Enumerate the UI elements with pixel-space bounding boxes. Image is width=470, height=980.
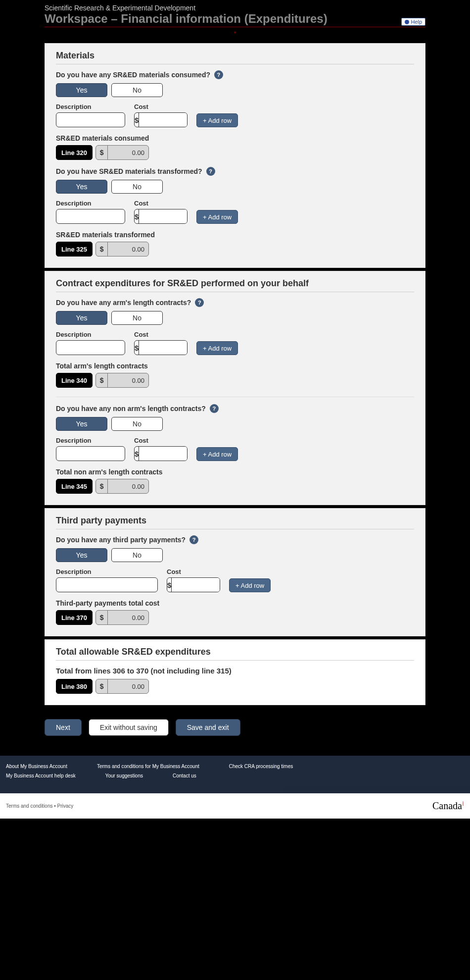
q-nonarm-contracts: Do you have any non arm's length contrac…	[56, 405, 206, 413]
dollar-icon: $	[96, 373, 108, 387]
footer-link[interactable]: Check CRA processing times	[229, 764, 293, 769]
label-cost: Cost	[134, 103, 188, 110]
line-325-amount: 0.00	[108, 246, 148, 253]
arm-no[interactable]: No	[111, 311, 163, 325]
q-third-party: Do you have any third party payments?	[56, 536, 186, 544]
line-370-amount: 0.00	[108, 614, 148, 621]
third-party-heading: Third party payments	[56, 516, 414, 529]
total-label: Total from lines 306 to 370 (not includi…	[56, 667, 414, 675]
materials-transformed-yes[interactable]: Yes	[56, 180, 107, 194]
materials-consumed-desc-input[interactable]	[56, 112, 125, 127]
help-icon[interactable]: ?	[214, 70, 223, 79]
super-title: Scientific Research & Experimental Devel…	[45, 4, 425, 12]
footer-link[interactable]: My Business Account help desk	[6, 773, 76, 778]
arm-cost-input[interactable]	[139, 341, 188, 355]
materials-consumed-cost-input[interactable]	[139, 113, 188, 127]
add-row-button[interactable]: + Add row	[196, 341, 238, 355]
help-icon[interactable]: ?	[189, 535, 198, 544]
save-exit-button[interactable]: Save and exit	[176, 719, 240, 736]
dollar-icon: $	[167, 578, 172, 592]
panel-materials: Materials Do you have any SR&ED material…	[45, 43, 425, 268]
line-380-amount: 0.00	[108, 683, 148, 690]
dollar-icon: $	[96, 679, 108, 693]
line-320-amount: 0.00	[108, 149, 148, 156]
line-340-tag: Line 340	[56, 373, 93, 388]
label-cost: Cost	[134, 437, 188, 444]
line-320-value: $ 0.00	[95, 145, 149, 160]
nonarm-total-label: Total non arm's length contracts	[56, 468, 414, 476]
q-materials-consumed: Do you have any SR&ED materials consumed…	[56, 71, 210, 79]
arm-desc-input[interactable]	[56, 340, 125, 355]
third-party-no[interactable]: No	[111, 548, 163, 562]
total-heading: Total allowable SR&ED expenditures	[56, 647, 414, 661]
label-description: Description	[56, 103, 125, 110]
label-description: Description	[56, 331, 125, 338]
line-370-value: $ 0.00	[95, 610, 149, 625]
contracts-heading: Contract expenditures for SR&ED performe…	[56, 278, 414, 292]
footer-link[interactable]: Terms and conditions for My Business Acc…	[97, 764, 199, 769]
third-party-total-label: Third-party payments total cost	[56, 599, 414, 607]
materials-consumed-no[interactable]: No	[111, 83, 163, 97]
materials-transformed-cost-input[interactable]	[139, 209, 188, 223]
exit-button[interactable]: Exit without saving	[89, 719, 169, 736]
label-description: Description	[56, 200, 125, 207]
dollar-icon: $	[96, 242, 108, 256]
nonarm-cost-input[interactable]	[139, 447, 188, 461]
required-indicator: *	[45, 27, 425, 38]
canada-wordmark: Canada⁞	[432, 800, 464, 812]
dollar-icon: $	[96, 479, 108, 493]
materials-heading: Materials	[56, 51, 414, 64]
nonarm-no[interactable]: No	[111, 417, 163, 431]
q-arm-contracts: Do you have any arm's length contracts?	[56, 299, 191, 307]
dollar-icon: $	[135, 209, 139, 223]
panel-contracts: Contract expenditures for SR&ED performe…	[45, 271, 425, 505]
line-340-amount: 0.00	[108, 377, 148, 384]
materials-transformed-desc-input[interactable]	[56, 209, 125, 224]
nonarm-desc-input[interactable]	[56, 446, 125, 461]
footer-legal[interactable]: Terms and conditions • Privacy	[6, 803, 73, 809]
footer-link[interactable]: About My Business Account	[6, 764, 67, 769]
line-370-tag: Line 370	[56, 610, 93, 625]
panel-total: Total allowable SR&ED expenditures Total…	[45, 639, 425, 705]
add-row-button[interactable]: + Add row	[196, 113, 238, 127]
dollar-icon: $	[135, 447, 139, 461]
materials-transformed-no[interactable]: No	[111, 180, 163, 194]
nonarm-yes[interactable]: Yes	[56, 417, 107, 431]
dollar-icon: $	[96, 146, 108, 159]
q-materials-transformed: Do you have SR&ED materials transformed?	[56, 167, 202, 175]
dollar-icon: $	[135, 341, 139, 355]
help-icon[interactable]: ?	[206, 167, 215, 176]
materials-consumed-total-label: SR&ED materials consumed	[56, 134, 414, 142]
footer-link[interactable]: Your suggestions	[105, 773, 143, 778]
line-345-value: $ 0.00	[95, 479, 149, 494]
line-380-tag: Line 380	[56, 679, 93, 694]
line-345-tag: Line 345	[56, 479, 93, 494]
help-icon[interactable]: ?	[210, 404, 219, 413]
label-cost: Cost	[134, 200, 188, 207]
line-345-amount: 0.00	[108, 483, 148, 490]
label-description: Description	[56, 568, 158, 575]
materials-consumed-yes[interactable]: Yes	[56, 83, 107, 97]
help-button[interactable]: Help	[401, 18, 425, 26]
third-party-desc-input[interactable]	[56, 577, 158, 592]
label-description: Description	[56, 437, 125, 444]
add-row-button[interactable]: + Add row	[229, 578, 271, 592]
help-icon[interactable]: ?	[195, 298, 204, 307]
next-button[interactable]: Next	[45, 719, 82, 736]
footer-secondary: Terms and conditions • Privacy Canada⁞	[0, 793, 470, 819]
third-party-cost-input[interactable]	[172, 578, 220, 592]
footer-primary: About My Business Account Terms and cond…	[0, 756, 470, 793]
arm-yes[interactable]: Yes	[56, 311, 107, 325]
dollar-icon: $	[96, 611, 108, 624]
panel-third-party: Third party payments Do you have any thi…	[45, 508, 425, 636]
add-row-button[interactable]: + Add row	[196, 210, 238, 224]
arm-total-label: Total arm's length contracts	[56, 362, 414, 370]
footer-link[interactable]: Contact us	[173, 773, 196, 778]
materials-transformed-total-label: SR&ED materials transformed	[56, 231, 414, 239]
line-320-tag: Line 320	[56, 145, 93, 160]
dollar-icon: $	[135, 113, 139, 127]
line-340-value: $ 0.00	[95, 373, 149, 388]
third-party-yes[interactable]: Yes	[56, 548, 107, 562]
add-row-button[interactable]: + Add row	[196, 447, 238, 461]
label-cost: Cost	[167, 568, 220, 575]
